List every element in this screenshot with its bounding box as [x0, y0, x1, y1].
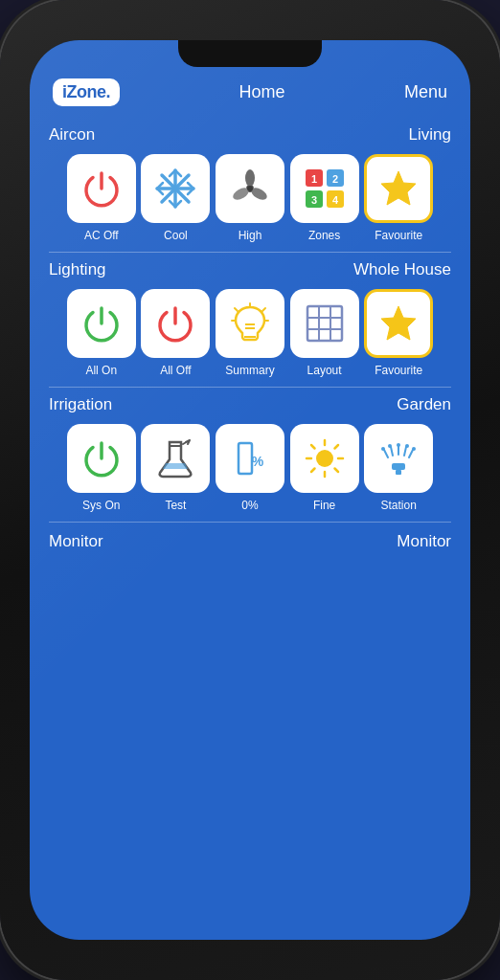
- svg-line-51: [334, 445, 338, 449]
- monitor-section: Monitor Monitor: [30, 523, 470, 557]
- all-on-item[interactable]: All On: [64, 289, 139, 377]
- svg-line-50: [334, 469, 338, 473]
- svg-rect-54: [396, 470, 401, 475]
- high-item[interactable]: High: [213, 154, 287, 242]
- svg-point-13: [245, 169, 255, 187]
- percent-label: 0%: [241, 499, 258, 512]
- star-icon: [377, 167, 420, 210]
- snowflake-icon: [153, 167, 197, 211]
- bar-percent-icon: %: [229, 437, 271, 479]
- svg-point-16: [247, 186, 253, 191]
- monitor-right: Monitor: [397, 532, 451, 551]
- svg-text:1: 1: [311, 173, 317, 185]
- summary-box[interactable]: [216, 289, 284, 358]
- lighting-label: Lighting: [49, 260, 106, 279]
- phone-frame: iZone. Home Menu Aircon Living: [0, 0, 500, 980]
- svg-marker-40: [381, 306, 416, 340]
- svg-line-49: [311, 445, 315, 449]
- svg-line-52: [311, 469, 315, 473]
- test-box[interactable]: [141, 424, 210, 493]
- fine-box[interactable]: [290, 424, 359, 493]
- svg-text:%: %: [252, 454, 264, 469]
- svg-line-58: [404, 447, 406, 456]
- aircon-value: Living: [409, 125, 451, 145]
- svg-text:3: 3: [311, 194, 317, 206]
- svg-point-61: [388, 444, 392, 448]
- zones-icon: 1 2 3 4: [302, 166, 348, 212]
- all-off-box[interactable]: [141, 289, 210, 358]
- favourite2-box[interactable]: [364, 289, 433, 358]
- notch: [178, 40, 322, 67]
- ac-off-item[interactable]: AC Off: [64, 154, 139, 242]
- station-label: Station: [380, 499, 416, 512]
- power-off-icon: [80, 167, 123, 210]
- sys-on-label: Sys On: [82, 499, 120, 512]
- irrigation-value: Garden: [397, 395, 451, 414]
- ac-off-box[interactable]: [67, 154, 136, 223]
- favourite1-item[interactable]: Favourite: [361, 154, 436, 242]
- percent-box[interactable]: %: [216, 424, 284, 493]
- svg-text:2: 2: [332, 173, 338, 185]
- layout-item[interactable]: Layout: [287, 289, 362, 377]
- summary-item[interactable]: Summary: [213, 289, 287, 377]
- aircon-section: Aircon Living AC Off: [30, 118, 470, 248]
- layout-label: Layout: [307, 364, 342, 377]
- svg-text:4: 4: [332, 194, 339, 206]
- svg-point-62: [397, 443, 400, 447]
- svg-marker-25: [381, 171, 416, 205]
- cool-box[interactable]: [141, 154, 210, 223]
- zones-label: Zones: [308, 229, 340, 242]
- irrigation-label: Irrigation: [49, 395, 112, 414]
- svg-point-63: [405, 444, 409, 448]
- lighting-header: Lighting Whole House: [49, 253, 451, 289]
- all-off-label: All Off: [160, 364, 191, 377]
- power-red2-icon: [154, 302, 196, 345]
- svg-line-56: [391, 447, 393, 456]
- monitor-left: Monitor: [49, 532, 103, 551]
- layout-icon: [303, 301, 347, 345]
- zones-item[interactable]: 1 2 3 4 Zones: [287, 154, 362, 242]
- test-item[interactable]: Test: [139, 424, 214, 512]
- ac-off-label: AC Off: [84, 229, 119, 242]
- all-off-item[interactable]: All Off: [139, 289, 214, 377]
- aircon-header: Aircon Living: [49, 118, 451, 154]
- station-item[interactable]: Station: [361, 424, 436, 512]
- logo: iZone.: [53, 78, 120, 106]
- header-title: Home: [239, 82, 284, 102]
- station-box[interactable]: [364, 424, 433, 493]
- irrigation-header: Irrigation Garden: [49, 388, 451, 424]
- favourite2-item[interactable]: Favourite: [361, 289, 436, 377]
- svg-line-30: [235, 308, 238, 311]
- percent-item[interactable]: % 0%: [213, 424, 287, 512]
- all-on-label: All On: [85, 364, 117, 377]
- favourite2-label: Favourite: [375, 364, 422, 377]
- star2-icon: [377, 302, 420, 345]
- svg-rect-35: [307, 306, 342, 341]
- logo-text: iZone.: [62, 82, 110, 102]
- power-green2-icon: [80, 437, 123, 479]
- sys-on-item[interactable]: Sys On: [64, 424, 139, 512]
- phone-screen: iZone. Home Menu Aircon Living: [30, 40, 470, 940]
- all-on-box[interactable]: [67, 289, 136, 358]
- sys-on-box[interactable]: [67, 424, 136, 493]
- svg-line-29: [262, 308, 265, 311]
- test-label: Test: [165, 499, 186, 512]
- cool-item[interactable]: Cool: [139, 154, 214, 242]
- power-green-icon: [80, 302, 123, 345]
- lighting-section: Lighting Whole House All On: [30, 253, 470, 383]
- lighting-value: Whole House: [353, 260, 451, 279]
- favourite1-box[interactable]: [364, 154, 433, 223]
- svg-line-59: [409, 450, 413, 457]
- aircon-grid: AC Off: [49, 154, 451, 248]
- irrigation-section: Irrigation Garden Sys On: [30, 388, 470, 518]
- fine-item[interactable]: Fine: [287, 424, 362, 512]
- layout-box[interactable]: [290, 289, 359, 358]
- flask-icon: [153, 436, 197, 480]
- menu-button[interactable]: Menu: [404, 82, 447, 102]
- fine-label: Fine: [313, 499, 335, 512]
- high-box[interactable]: [216, 154, 284, 223]
- irrigation-grid: Sys On: [49, 424, 451, 518]
- header: iZone. Home Menu: [30, 71, 470, 118]
- zones-box[interactable]: 1 2 3 4: [290, 154, 359, 223]
- sprinkler-icon: [376, 436, 420, 480]
